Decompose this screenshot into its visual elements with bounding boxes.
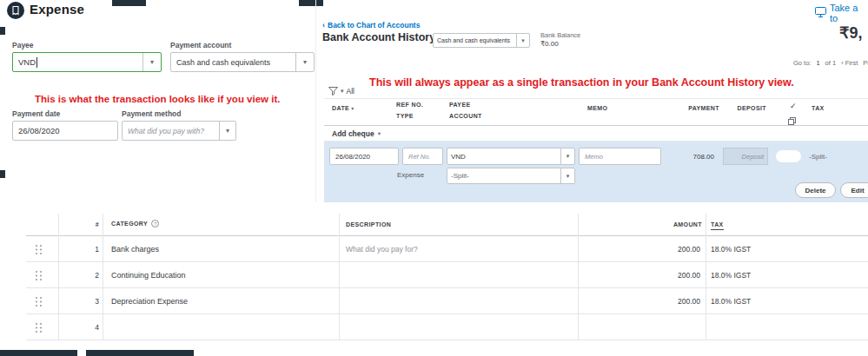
filter-funnel-icon	[328, 83, 338, 99]
column-border	[58, 214, 59, 340]
history-table-header: DATE ▾ REF NO. TYPE PAYEE ACCOUNT MEMO P…	[324, 98, 868, 126]
transaction-type-label: Expense	[397, 171, 424, 179]
row-number: 4	[70, 323, 99, 332]
memo-input[interactable]: Memo	[579, 148, 661, 165]
filter-control[interactable]: ▾ All	[328, 83, 354, 99]
column-tax: TAX	[812, 105, 825, 111]
row-border	[26, 313, 868, 314]
row-number: 2	[70, 271, 99, 280]
help-icon[interactable]: ?	[151, 220, 159, 227]
app-root: Expense Payee VND ▾ Payment account Cash…	[0, 0, 868, 356]
page-count: of 1	[825, 59, 837, 67]
bank-balance-label: Bank Balance	[540, 31, 580, 39]
current-page: 1	[816, 59, 819, 67]
payment-date-label: Payment date	[12, 109, 60, 118]
table-header-border	[26, 235, 868, 236]
deposit-input-disabled: Deposit	[723, 148, 768, 165]
chevron-down-icon[interactable]: ▾	[219, 122, 235, 140]
column-category: CATEGORY ?	[111, 220, 159, 227]
history-title: Bank Account History	[322, 31, 435, 43]
amount-cell[interactable]: 200.00	[622, 245, 700, 254]
background-fragment	[0, 27, 5, 35]
chevron-down-icon[interactable]: ▾	[295, 53, 314, 71]
column-tax-sort[interactable]: TAX	[711, 221, 724, 230]
column-payment: PAYMENT	[654, 105, 719, 111]
tax-cell[interactable]: 18.0% IGST	[711, 297, 751, 306]
category-cell[interactable]: Depreciation Expense	[111, 297, 188, 306]
payment-amount-cell[interactable]: 708.00	[659, 153, 714, 161]
column-border	[706, 214, 706, 340]
history-payee-value: VND	[447, 148, 560, 164]
amount-cell[interactable]: 200.00	[622, 297, 700, 306]
column-number: #	[70, 221, 99, 227]
row-drag-handle[interactable]	[35, 321, 43, 337]
back-to-chart-link[interactable]: ‹ Back to Chart of Accounts	[322, 21, 420, 30]
column-amount: AMOUNT	[637, 221, 702, 227]
background-fragment	[112, 0, 146, 6]
delete-button[interactable]: Delete	[795, 182, 836, 198]
add-cheque-row: Add cheque ▾	[324, 126, 868, 142]
row-number: 1	[70, 245, 99, 254]
chevron-down-icon[interactable]: ▾	[142, 53, 161, 71]
account-split-value: -Split-	[447, 168, 560, 183]
payment-account-combobox[interactable]: Cash and cash equivalents ▾	[170, 52, 315, 72]
category-cell[interactable]: Continuing Education	[111, 271, 186, 280]
column-border	[578, 214, 579, 340]
pagination: Go to: 1 of 1 ‹ First Pre	[793, 59, 868, 67]
chevron-down-icon[interactable]: ▾	[560, 148, 574, 164]
chevron-down-icon[interactable]: ▾	[516, 34, 529, 47]
prev-page-link[interactable]: Pre	[863, 59, 868, 67]
tax-cell[interactable]: 18.0% IGST	[711, 271, 751, 280]
column-deposit: DEPOSIT	[728, 105, 766, 111]
first-page-link[interactable]: ‹ First	[841, 59, 858, 67]
column-border	[103, 214, 103, 340]
ref-no-input[interactable]: Ref No.	[402, 148, 443, 165]
payment-account-label: Payment account	[170, 41, 231, 49]
check-column-icon: ✓	[790, 102, 797, 110]
category-cell[interactable]: Bank charges	[111, 245, 159, 254]
chevron-down-icon: ▾	[351, 105, 354, 111]
row-number: 3	[70, 297, 99, 306]
account-split-combobox[interactable]: -Split- ▾	[447, 168, 575, 184]
row-border	[26, 340, 868, 340]
account-selector-value: Cash and cash equivalents	[434, 34, 516, 47]
edit-button[interactable]: Edit	[840, 182, 868, 198]
column-memo: MEMO	[587, 105, 607, 111]
column-date[interactable]: DATE ▾	[332, 105, 354, 111]
column-account: ACCOUNT	[449, 113, 482, 119]
bank-balance-value: ₹0.00	[540, 40, 559, 48]
row-drag-handle[interactable]	[35, 295, 43, 311]
row-drag-handle[interactable]	[35, 269, 43, 285]
payee-value: VND	[13, 53, 142, 71]
background-fragment	[86, 350, 194, 356]
column-ref-no: REF NO.	[396, 102, 423, 108]
row-border	[26, 287, 868, 288]
amount-cell[interactable]: 200.00	[622, 271, 700, 280]
panel-divider	[315, 0, 316, 202]
tax-split-value: -Split-	[809, 153, 827, 161]
tax-cell[interactable]: 18.0% IGST	[711, 245, 751, 254]
payee-label: Payee	[12, 41, 34, 49]
background-fragment	[0, 170, 5, 178]
description-cell[interactable]: What did you pay for?	[346, 245, 418, 254]
history-payee-combobox[interactable]: VND ▾	[447, 148, 575, 165]
row-drag-handle[interactable]	[35, 243, 43, 259]
chevron-down-icon[interactable]: ▾	[560, 168, 574, 183]
filter-all-label: All	[347, 87, 354, 96]
column-border	[339, 214, 340, 340]
tour-monitor-icon	[815, 5, 826, 21]
reconcile-toggle[interactable]	[776, 150, 801, 162]
annotation-left: This is what the transaction looks like …	[35, 94, 280, 104]
payment-method-combobox[interactable]: What did you pay with? ▾	[122, 121, 236, 141]
take-a-tour-link[interactable]: Take a to	[815, 3, 868, 23]
column-type: TYPE	[396, 113, 414, 119]
history-date-input[interactable]: 26/08/2020	[329, 148, 399, 165]
payment-date-input[interactable]: 26/08/2020	[12, 121, 118, 141]
payment-account-value: Cash and cash equivalents	[171, 53, 295, 71]
payment-method-placeholder: What did you pay with?	[123, 122, 219, 140]
account-selector[interactable]: Cash and cash equivalents ▾	[433, 33, 530, 48]
page-title: Expense	[30, 2, 84, 16]
payee-combobox[interactable]: VND ▾	[12, 52, 162, 72]
add-cheque-button[interactable]: Add cheque ▾	[332, 129, 381, 138]
expense-page-icon	[7, 2, 24, 23]
